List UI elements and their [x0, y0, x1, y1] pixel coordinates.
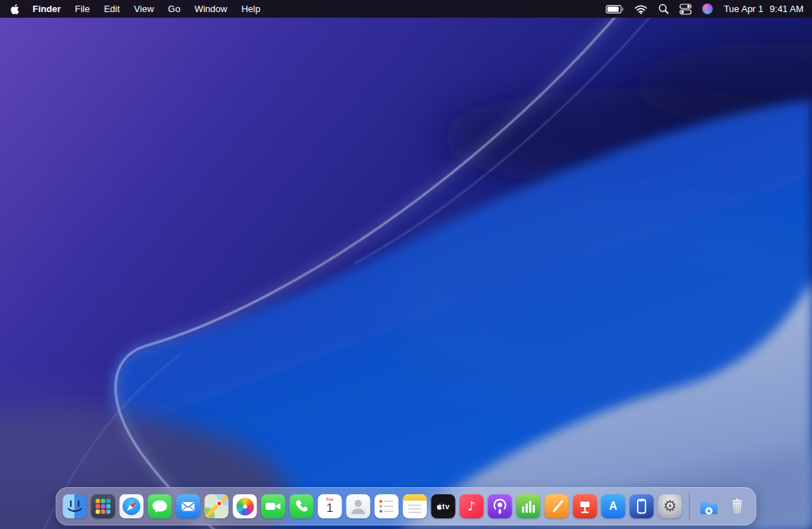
dock-item-mail[interactable] [176, 494, 201, 518]
dock-item-facetime[interactable] [261, 494, 286, 518]
control-center-icon[interactable] [680, 4, 692, 15]
menu-help[interactable]: Help [235, 0, 268, 18]
dock-item-iphone-mirroring[interactable] [630, 494, 654, 518]
dock-item-contacts[interactable] [346, 494, 371, 518]
photos-pinwheel-icon [236, 498, 254, 516]
menu-bar: Finder File Edit View Go Window Help [0, 0, 812, 18]
dock: Tue 1 [56, 487, 757, 525]
checklist-icon [375, 494, 399, 518]
desktop-wallpaper [0, 0, 812, 529]
calendar-weekday: Tue [326, 497, 334, 501]
menu-file[interactable]: File [68, 0, 97, 18]
apple-menu[interactable] [0, 0, 26, 18]
menu-view[interactable]: View [127, 0, 161, 18]
podcasts-icon [488, 494, 512, 518]
calendar-day: 1 [327, 502, 333, 514]
dock-item-system-settings[interactable]: ⚙ [658, 494, 682, 518]
speech-bubble-icon [148, 494, 172, 518]
dock-item-music[interactable]: ♪ [460, 494, 484, 518]
dock-item-downloads[interactable] [697, 494, 721, 518]
dock-item-notes[interactable] [403, 494, 427, 518]
menu-go[interactable]: Go [161, 0, 187, 18]
dock-item-safari[interactable] [120, 494, 144, 518]
launchpad-icon [91, 494, 115, 518]
apple-logo-icon [436, 503, 441, 510]
menu-bar-status: Tue Apr 1 9:41 AM [606, 0, 812, 18]
apple-logo-icon [11, 4, 19, 14]
desktop[interactable]: Finder File Edit View Go Window Help [0, 0, 812, 529]
battery-icon[interactable] [606, 5, 624, 13]
menu-window[interactable]: Window [187, 0, 234, 18]
dock-item-finder[interactable] [63, 494, 87, 518]
dock-divider [689, 493, 690, 520]
gear-icon: ⚙ [663, 499, 677, 514]
pen-icon [545, 494, 569, 518]
dock-item-pages[interactable] [545, 494, 569, 518]
iphone-outline-icon [630, 494, 654, 518]
menu-app-name[interactable]: Finder [26, 0, 68, 18]
dock-item-messages[interactable] [148, 494, 172, 518]
finder-icon [63, 494, 87, 518]
app-store-letter: A [609, 500, 618, 513]
trash-icon [726, 494, 750, 518]
wifi-icon[interactable] [634, 4, 648, 14]
safari-compass-icon [120, 494, 144, 518]
bar-chart-icon [517, 494, 541, 518]
dock-item-app-store[interactable]: A [602, 494, 626, 518]
phone-handset-icon [290, 494, 314, 518]
dock-item-launchpad[interactable] [91, 494, 115, 518]
dock-item-keynote[interactable] [573, 494, 597, 518]
music-note-icon: ♪ [468, 500, 476, 513]
podium-icon [573, 494, 597, 518]
dock-item-tv[interactable]: tv [432, 494, 456, 518]
downloads-folder-icon [697, 494, 721, 518]
envelope-icon [176, 494, 201, 518]
menu-bar-date: Tue Apr 1 [723, 4, 763, 14]
notes-lines-icon [403, 494, 427, 518]
dock-item-numbers[interactable] [517, 494, 541, 518]
dock-item-photos[interactable] [233, 494, 257, 518]
dock-item-calendar[interactable]: Tue 1 [318, 494, 342, 518]
siri-icon[interactable] [702, 4, 713, 14]
menu-edit[interactable]: Edit [97, 0, 127, 18]
dock-item-phone[interactable] [290, 494, 314, 518]
spotlight-icon[interactable] [658, 4, 669, 14]
dock-item-trash[interactable] [726, 494, 750, 518]
map-icon [205, 494, 229, 518]
person-silhouette-icon [346, 494, 371, 518]
video-camera-icon [261, 494, 286, 518]
menu-bar-clock[interactable]: Tue Apr 1 9:41 AM [723, 4, 803, 14]
dock-item-podcasts[interactable] [488, 494, 512, 518]
tv-label: tv [442, 502, 450, 511]
menu-bar-time: 9:41 AM [769, 4, 803, 14]
wallpaper-graphic [0, 0, 812, 529]
dock-item-maps[interactable] [205, 494, 229, 518]
dock-item-reminders[interactable] [375, 494, 399, 518]
